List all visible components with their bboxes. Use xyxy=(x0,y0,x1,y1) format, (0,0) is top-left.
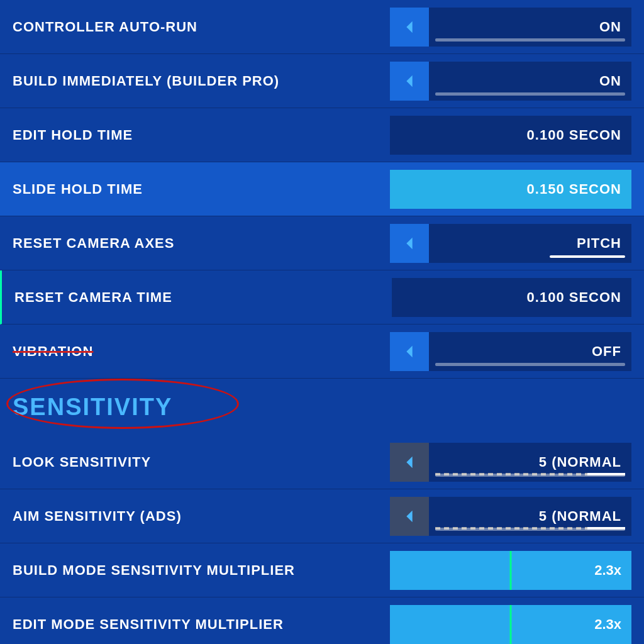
slide-hold-time-label: SLIDE HOLD TIME xyxy=(13,181,390,197)
vibration-row: VIBRATION OFF xyxy=(0,325,644,379)
edit-hold-time-row: EDIT HOLD TIME 0.100 Secon xyxy=(0,108,644,162)
svg-marker-4 xyxy=(406,456,412,468)
look-sensitivity-left-arrow[interactable] xyxy=(390,443,429,482)
build-mode-value: 2.3x xyxy=(594,562,621,579)
controller-auto-run-label: CONTROLLER AUTO-RUN xyxy=(13,19,390,35)
build-mode-multiplier-label: BUILD MODE SENSITIVITY MULTIPLIER xyxy=(13,562,390,579)
edit-mode-multiplier-label: EDIT MODE SENSITIVITY MULTIPLIER xyxy=(13,616,390,633)
aim-sensitivity-control: 5 (NORMAL xyxy=(390,497,631,536)
edit-mode-slider[interactable]: 2.3x xyxy=(390,605,631,644)
reset-camera-time-label: RESET CAMERA TIME xyxy=(14,289,392,306)
look-sensitivity-label: LOOK SENSITIVITY xyxy=(13,454,390,470)
edit-hold-time-control: 0.100 Secon xyxy=(390,116,631,155)
slide-hold-time-row: SLIDE HOLD TIME 0.150 Secon xyxy=(0,162,644,216)
build-mode-slider[interactable]: 2.3x xyxy=(390,551,631,590)
aim-sensitivity-value: 5 (NORMAL xyxy=(429,497,631,536)
svg-marker-5 xyxy=(406,510,412,522)
controller-auto-run-control: ON xyxy=(390,8,631,47)
edit-mode-multiplier-row: EDIT MODE SENSITIVITY MULTIPLIER 2.3x xyxy=(0,597,644,644)
slide-hold-time-value: 0.150 Secon xyxy=(390,170,631,209)
build-immediately-value: ON xyxy=(429,62,631,101)
controller-auto-run-left-arrow[interactable] xyxy=(390,8,429,47)
aim-sensitivity-label: AIM SENSITIVITY (ADS) xyxy=(13,508,390,525)
edit-hold-time-value: 0.100 Secon xyxy=(390,116,631,155)
build-mode-green-line xyxy=(510,551,512,590)
reset-camera-axes-row: RESET CAMERA AXES PITCH xyxy=(0,216,644,270)
aim-sensitivity-left-arrow[interactable] xyxy=(390,497,429,536)
svg-marker-0 xyxy=(406,21,412,33)
reset-camera-axes-label: RESET CAMERA AXES xyxy=(13,235,390,252)
sensitivity-title: SENSITIVITY xyxy=(13,394,172,421)
edit-mode-multiplier-control: 2.3x xyxy=(390,605,631,644)
svg-marker-2 xyxy=(406,237,412,249)
edit-mode-green-line xyxy=(510,605,512,644)
reset-camera-axes-value: PITCH xyxy=(429,224,631,263)
settings-container: CONTROLLER AUTO-RUN ON BUILD IMMEDIATELY… xyxy=(0,0,644,644)
reset-camera-axes-left-arrow[interactable] xyxy=(390,224,429,263)
vibration-label: VIBRATION xyxy=(13,343,390,360)
reset-camera-time-value: 0.100 Secon xyxy=(392,278,631,317)
reset-camera-time-control: 0.100 Secon xyxy=(392,278,631,317)
build-immediately-label: BUILD IMMEDIATELY (BUILDER PRO) xyxy=(13,73,390,89)
build-immediately-left-arrow[interactable] xyxy=(390,62,429,101)
look-sensitivity-row: LOOK SENSITIVITY 5 (NORMAL xyxy=(0,435,644,489)
controller-auto-run-value: ON xyxy=(429,8,631,47)
build-mode-multiplier-row: BUILD MODE SENSITIVITY MULTIPLIER 2.3x xyxy=(0,543,644,597)
svg-marker-3 xyxy=(406,345,412,357)
edit-hold-time-label: EDIT HOLD TIME xyxy=(13,127,390,143)
build-mode-multiplier-control: 2.3x xyxy=(390,551,631,590)
aim-sensitivity-row: AIM SENSITIVITY (ADS) 5 (NORMAL xyxy=(0,489,644,543)
slide-hold-time-control: 0.150 Secon xyxy=(390,170,631,209)
reset-camera-axes-control: PITCH xyxy=(390,224,631,263)
svg-marker-1 xyxy=(406,75,412,87)
reset-camera-time-row: RESET CAMERA TIME 0.100 Secon xyxy=(0,270,644,325)
vibration-left-arrow[interactable] xyxy=(390,332,429,371)
controller-auto-run-row: CONTROLLER AUTO-RUN ON xyxy=(0,0,644,54)
sensitivity-section-header: SENSITIVITY xyxy=(0,379,644,435)
vibration-value: OFF xyxy=(429,332,631,371)
build-immediately-row: BUILD IMMEDIATELY (BUILDER PRO) ON xyxy=(0,54,644,108)
vibration-control: OFF xyxy=(390,332,631,371)
edit-mode-value: 2.3x xyxy=(594,616,621,633)
look-sensitivity-control: 5 (NORMAL xyxy=(390,443,631,482)
build-immediately-control: ON xyxy=(390,62,631,101)
look-sensitivity-value: 5 (NORMAL xyxy=(429,443,631,482)
